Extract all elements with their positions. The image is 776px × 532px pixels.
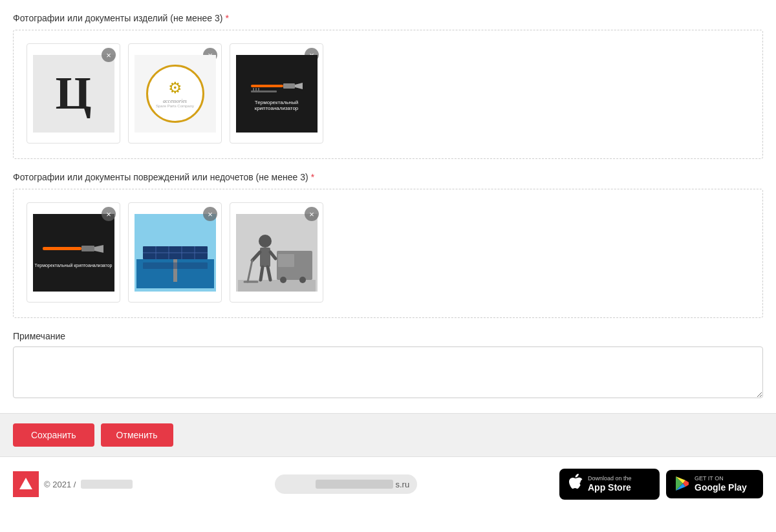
damages-upload-area[interactable]: × Терморектальный криптоанализатор ×	[13, 189, 763, 318]
damage-image-card-3: ×	[230, 202, 323, 303]
svg-marker-34	[19, 478, 32, 489]
svg-rect-0	[251, 85, 283, 87]
svg-rect-19	[143, 262, 208, 269]
product-thumb-2: ⚙ accessories Spare Parts Company	[135, 55, 216, 133]
svg-rect-8	[81, 246, 94, 251]
analyzer-image: Терморектальный криптоанализатор	[33, 214, 114, 292]
damage-image-card-2: ×	[128, 202, 222, 303]
damage-thumb-1: Терморектальный криптоанализатор	[33, 214, 114, 292]
damage-thumb-2	[135, 214, 216, 292]
products-section: Фотографии или документы изделий (не мен…	[13, 13, 763, 159]
accessories-subtext: Spare Parts Company	[156, 104, 194, 108]
gear-icon: ⚙	[168, 79, 182, 97]
damages-label: Фотографии или документы повреждений или…	[13, 172, 763, 182]
app-store-button[interactable]: Download on the App Store	[559, 469, 660, 500]
analyzer-svg	[41, 238, 106, 261]
remove-product-1-button[interactable]: ×	[102, 48, 116, 62]
action-bar: Сохранить Отменить	[0, 413, 776, 456]
domain-suffix: s.ru	[396, 480, 410, 489]
svg-rect-27	[260, 248, 270, 267]
person-svg	[238, 214, 316, 292]
product-thumb-1: Ц	[33, 55, 114, 133]
footer-logo	[13, 471, 39, 497]
accessories-text: accessories	[163, 98, 187, 104]
svg-marker-2	[295, 83, 303, 89]
svg-point-25	[299, 277, 306, 283]
logo-icon	[18, 476, 34, 492]
tools-label: Терморектальный криптоанализатор	[236, 100, 318, 111]
solar-image	[135, 214, 216, 292]
google-play-main-text: Google Play	[695, 482, 747, 493]
product-image-card-2: × ⚙ accessories Spare Parts Company	[128, 43, 222, 144]
svg-rect-4	[253, 88, 254, 92]
tools-image: Терморектальный криптоанализатор	[236, 55, 318, 133]
products-upload-area[interactable]: × Ц × ⚙ accessories Spare Parts Company	[13, 30, 763, 159]
footer-domain: s.ru	[275, 474, 417, 494]
remove-damage-1-button[interactable]: ×	[102, 207, 116, 221]
product-image-card-1: × Ц	[27, 43, 120, 144]
remove-damage-2-button[interactable]: ×	[203, 207, 217, 221]
svg-line-30	[261, 267, 263, 280]
svg-marker-9	[94, 245, 103, 253]
tools-svg-icon	[248, 76, 306, 96]
google-play-icon	[675, 476, 689, 493]
app-store-text: Download on the App Store	[588, 475, 632, 493]
cyrillic-image: Ц	[33, 55, 114, 133]
damages-section: Фотографии или документы повреждений или…	[13, 172, 763, 318]
damage-thumb-3	[236, 214, 318, 292]
product-thumb-3: Терморектальный криптоанализатор	[236, 55, 318, 133]
save-button[interactable]: Сохранить	[13, 423, 94, 447]
footer: © 2021 / s.ru Download on the App Store	[0, 456, 776, 511]
required-star-1: *	[225, 13, 228, 23]
page-content: Фотографии или документы изделий (не мен…	[0, 0, 776, 318]
note-textarea[interactable]	[13, 346, 763, 398]
company-name-blurred	[81, 480, 133, 489]
analyzer-label: Терморектальный криптоанализатор	[35, 263, 113, 268]
product-image-card-3: × Термо	[230, 43, 323, 144]
svg-rect-7	[43, 247, 81, 250]
svg-rect-3	[251, 90, 277, 92]
domain-blurred	[316, 480, 393, 489]
footer-left: © 2021 /	[13, 471, 133, 497]
copyright-text: © 2021 /	[44, 480, 76, 489]
app-store-top-text: Download on the	[588, 475, 632, 482]
google-play-text: GET IT ON Google Play	[695, 475, 747, 493]
google-play-top-text: GET IT ON	[695, 475, 747, 482]
footer-apps: Download on the App Store GET IT ON Goog…	[559, 469, 763, 500]
cancel-button[interactable]: Отменить	[101, 423, 173, 447]
damage-image-card-1: × Терморектальный криптоанализатор	[27, 202, 120, 303]
app-store-main-text: App Store	[588, 482, 632, 493]
person-image	[236, 214, 318, 292]
svg-point-26	[259, 235, 272, 248]
svg-rect-1	[283, 83, 295, 89]
solar-svg	[136, 217, 214, 288]
products-label: Фотографии или документы изделий (не мен…	[13, 13, 763, 23]
svg-rect-6	[258, 88, 259, 92]
required-star-2: *	[311, 172, 314, 182]
svg-rect-23	[278, 254, 294, 267]
accessories-image: ⚙ accessories Spare Parts Company	[135, 55, 216, 133]
remove-damage-3-button[interactable]: ×	[305, 207, 319, 221]
google-play-logo-icon	[675, 476, 689, 491]
apple-logo-icon	[568, 474, 583, 491]
apple-icon	[568, 474, 583, 495]
note-section: Примечание	[0, 331, 776, 413]
svg-rect-5	[255, 88, 257, 92]
svg-point-24	[280, 277, 286, 283]
google-play-button[interactable]: GET IT ON Google Play	[666, 470, 763, 498]
note-label: Примечание	[13, 331, 763, 341]
accessories-circle: ⚙ accessories Spare Parts Company	[146, 65, 204, 123]
